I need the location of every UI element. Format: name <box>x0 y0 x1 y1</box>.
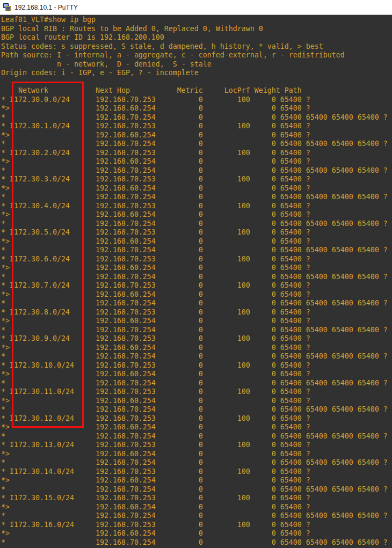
terminal-line: * I172.30.15.0/24 192.168.70.253 0 100 0… <box>1 494 392 503</box>
terminal-line: * I172.30.6.0/24 192.168.70.253 0 100 0 … <box>1 255 392 264</box>
terminal-line: *> 192.168.60.254 0 0 65400 ? <box>1 157 392 166</box>
terminal-line: * 192.168.70.254 0 0 65400 65400 65400 6… <box>1 113 392 122</box>
terminal-line: *> 192.168.60.254 0 0 65400 ? <box>1 423 392 432</box>
terminal-screen[interactable]: Leaf01_VLT#show ip bgpBGP local RIB : Ro… <box>0 15 392 548</box>
terminal-line: * 192.168.70.254 0 0 65400 65400 65400 6… <box>1 299 392 308</box>
terminal-line: * 192.168.70.254 0 0 65400 65400 65400 6… <box>1 166 392 176</box>
terminal-line: Status codes: s suppressed, S stale, d d… <box>1 42 392 52</box>
terminal-line: *> 192.168.60.254 0 0 65400 ? <box>1 397 392 406</box>
terminal-line: *> 192.168.60.254 0 0 65400 ? <box>1 104 392 113</box>
terminal-line <box>1 78 392 87</box>
putty-app-icon[interactable] <box>3 3 11 12</box>
window-title: 192.168.10.1 - PuTTY <box>14 1 78 14</box>
terminal-line: * 192.168.70.254 0 0 65400 65400 65400 6… <box>1 512 392 521</box>
terminal-line: * 192.168.70.254 0 0 65400 65400 65400 6… <box>1 326 392 335</box>
terminal-line: * I172.30.4.0/24 192.168.70.253 0 100 0 … <box>1 202 392 211</box>
terminal-line: * I172.30.1.0/24 192.168.70.253 0 100 0 … <box>1 122 392 131</box>
terminal-line: * 192.168.70.254 0 0 65400 65400 65400 6… <box>1 485 392 494</box>
terminal-line: *> 192.168.60.254 0 0 65400 ? <box>1 184 392 193</box>
terminal-line: Network Next Hop Metric LocPrf Weight Pa… <box>1 86 392 96</box>
terminal-line: * I172.30.2.0/24 192.168.70.253 0 100 0 … <box>1 149 392 158</box>
terminal-output: Leaf01_VLT#show ip bgpBGP local RIB : Ro… <box>0 15 392 547</box>
terminal-line: * 192.168.70.254 0 0 65400 65400 65400 6… <box>1 458 392 467</box>
terminal-line: * 192.168.70.254 0 0 65400 65400 65400 6… <box>1 246 392 255</box>
terminal-line: n - network, D - denied, S - stale <box>1 60 392 69</box>
terminal-line: *> 192.168.60.254 0 0 65400 ? <box>1 529 392 538</box>
terminal-line: * I172.30.13.0/24 192.168.70.253 0 100 0… <box>1 441 392 450</box>
titlebar[interactable]: 192.168.10.1 - PuTTY <box>0 0 392 15</box>
terminal-line: * I172.30.0.0/24 192.168.70.253 0 100 0 … <box>1 96 392 105</box>
terminal-line: *> 192.168.60.254 0 0 65400 ? <box>1 210 392 220</box>
terminal-line: * 192.168.70.254 0 0 65400 65400 65400 6… <box>1 379 392 388</box>
terminal-line: * 192.168.70.254 0 0 65400 65400 65400 6… <box>1 140 392 149</box>
terminal-line: * I172.30.9.0/24 192.168.70.253 0 100 0 … <box>1 334 392 344</box>
terminal-line: *> 192.168.60.254 0 0 65400 ? <box>1 476 392 485</box>
terminal-line: Path source: I - internal, a - aggregate… <box>1 51 392 60</box>
terminal-line: BGP local router ID is 192.168.200.100 <box>1 33 392 42</box>
terminal-line: Leaf01_VLT#show ip bgp <box>1 16 392 25</box>
terminal-line: *> 192.168.60.254 0 0 65400 ? <box>1 290 392 299</box>
terminal-line: * I172.30.3.0/24 192.168.70.253 0 100 0 … <box>1 175 392 184</box>
terminal-line: * I172.30.16.0/24 192.168.70.253 0 100 0… <box>1 521 392 530</box>
terminal-line: * I172.30.7.0/24 192.168.70.253 0 100 0 … <box>1 281 392 290</box>
terminal-line: *> 192.168.60.254 0 0 65400 ? <box>1 317 392 326</box>
terminal-line: * 192.168.70.254 0 0 65400 65400 65400 6… <box>1 273 392 282</box>
terminal-line: *> 192.168.60.254 0 0 65400 ? <box>1 344 392 353</box>
terminal-line: *> 192.168.60.254 0 0 65400 ? <box>1 450 392 459</box>
terminal-line: * I172.30.5.0/24 192.168.70.253 0 100 0 … <box>1 228 392 237</box>
terminal-line: * I172.30.14.0/24 192.168.70.253 0 100 0… <box>1 467 392 477</box>
terminal-line: * 192.168.70.254 0 0 65400 65400 65400 6… <box>1 432 392 441</box>
terminal-line: * 192.168.70.254 0 0 65400 65400 65400 6… <box>1 538 392 547</box>
terminal-line: * 192.168.70.254 0 0 65400 65400 65400 6… <box>1 352 392 361</box>
terminal-line: *> 192.168.60.254 0 0 65400 ? <box>1 237 392 246</box>
terminal-line: *> 192.168.60.254 0 0 65400 ? <box>1 264 392 273</box>
terminal-line: * I172.30.12.0/24 192.168.70.253 0 100 0… <box>1 414 392 423</box>
terminal-line: * 192.168.70.254 0 0 65400 65400 65400 6… <box>1 405 392 414</box>
terminal-line: * 192.168.70.254 0 0 65400 65400 65400 6… <box>1 193 392 202</box>
terminal-line: * 192.168.70.254 0 0 65400 65400 65400 6… <box>1 220 392 229</box>
terminal-line: BGP local RIB : Routes to be Added 0, Re… <box>1 25 392 34</box>
putty-window: 192.168.10.1 - PuTTY Leaf01_VLT#show ip … <box>0 0 392 548</box>
terminal-line: *> 192.168.60.254 0 0 65400 ? <box>1 131 392 140</box>
terminal-line: * I172.30.11.0/24 192.168.70.253 0 100 0… <box>1 388 392 397</box>
terminal-line: * I172.30.8.0/24 192.168.70.253 0 100 0 … <box>1 308 392 317</box>
terminal-line: *> 192.168.60.254 0 0 65400 ? <box>1 370 392 379</box>
terminal-line: * I172.30.10.0/24 192.168.70.253 0 100 0… <box>1 361 392 370</box>
terminal-line: *> 192.168.60.254 0 0 65400 ? <box>1 503 392 512</box>
terminal-line: Origin codes: i - IGP, e - EGP, ? - inco… <box>1 69 392 78</box>
